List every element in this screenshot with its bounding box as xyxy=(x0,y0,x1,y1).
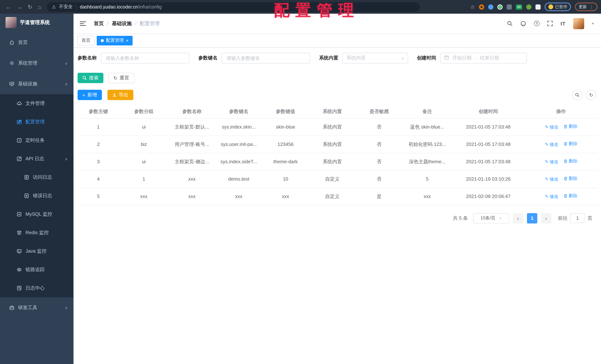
prev-page-button[interactable]: ‹ xyxy=(513,213,523,223)
table-cell: 3 xyxy=(78,153,119,170)
delete-link[interactable]: 删除 xyxy=(563,193,578,199)
sidebar-item-java-monitor[interactable]: Java 监控 xyxy=(0,242,73,260)
help-icon[interactable]: ? xyxy=(534,21,540,26)
search-icon[interactable] xyxy=(507,21,512,26)
table-cell: skin-blue xyxy=(262,118,309,136)
filter-actions: 搜索 ↻ 重置 xyxy=(78,73,598,83)
font-size-icon[interactable]: tT xyxy=(561,20,565,26)
table-cell: xxx xyxy=(119,188,169,205)
extension-cn-icon[interactable]: cn xyxy=(516,4,522,10)
hamburger-menu-icon[interactable] xyxy=(80,20,86,27)
back-icon[interactable]: ← xyxy=(6,4,11,10)
sidebar-item-log-center[interactable]: 日志中心 xyxy=(0,279,73,297)
param-name-field[interactable] xyxy=(101,53,190,63)
sidebar-item-system[interactable]: 系统管理 ∨ xyxy=(0,53,73,73)
date-range-picker[interactable]: 开始日期 - 结束日期 xyxy=(440,53,527,63)
sidebar-item-file-management[interactable]: 文件管理 xyxy=(0,94,73,113)
fullscreen-icon[interactable] xyxy=(547,21,553,26)
table-cell: 10 xyxy=(262,170,309,188)
sidebar-item-home[interactable]: 首页 xyxy=(0,32,73,53)
sidebar-item-redis-monitor[interactable]: Redis 监控 xyxy=(0,223,73,242)
table-cell: 1 xyxy=(119,170,169,188)
table-cell: 否 xyxy=(356,118,402,136)
edit-link[interactable]: ✎修改 xyxy=(545,142,558,148)
screen: ← → ↻ ⌂ ⚠ 不安全 | dashboard.yudao.iocoder.… xyxy=(0,0,601,364)
github-icon[interactable] xyxy=(520,20,526,26)
export-button[interactable]: 导出 xyxy=(107,90,133,100)
document-icon xyxy=(24,174,29,180)
system-builtin-label: 系统内置 xyxy=(319,55,338,61)
delete-link[interactable]: 删除 xyxy=(563,141,578,147)
add-button[interactable]: + 新增 xyxy=(78,90,102,100)
edit-label: 修改 xyxy=(550,124,558,130)
extension-orange-icon[interactable] xyxy=(479,4,484,10)
reload-icon[interactable]: ↻ xyxy=(28,4,32,10)
paused-badge[interactable]: 已暂停 xyxy=(545,3,571,11)
breadcrumb-infra[interactable]: 基础设施 xyxy=(112,20,132,27)
extension-check-icon[interactable]: v xyxy=(497,4,503,10)
sidebar-item-error-logs[interactable]: 错误日志 xyxy=(0,187,73,205)
delete-link[interactable]: 删除 xyxy=(563,176,578,182)
param-name-input[interactable] xyxy=(105,55,185,61)
sidebar-item-access-logs[interactable]: 访问日志 xyxy=(0,168,73,187)
edit-link[interactable]: ✎修改 xyxy=(545,176,558,182)
delete-label: 删除 xyxy=(569,176,578,182)
goto-page-input[interactable] xyxy=(570,213,585,223)
sidebar-item-api-logs[interactable]: API 日志 ∧ xyxy=(0,150,73,168)
page-content: 参数名称 参数键名 系统内置 系统内置 ∨ xyxy=(73,48,601,223)
breadcrumb-separator: / xyxy=(107,21,109,26)
address-bar[interactable]: ⚠ 不安全 | dashboard.yudao.iocoder.cn/infra… xyxy=(47,2,420,12)
date-separator: - xyxy=(475,55,477,61)
toggle-search-button[interactable] xyxy=(572,90,582,100)
sidebar-item-label: 配置管理 xyxy=(25,119,45,125)
sidebar-menu: 首页 系统管理 ∨ 基础设施 ∧ xyxy=(0,32,73,318)
extension-pin-icon[interactable] xyxy=(488,4,493,10)
sidebar-item-scheduled-jobs[interactable]: 定时任务 xyxy=(0,131,73,150)
edit-link[interactable]: ✎修改 xyxy=(545,124,558,130)
param-key-field[interactable] xyxy=(221,53,310,63)
sidebar-item-config-management[interactable]: 配置管理 xyxy=(0,113,73,131)
avatar-dropdown-icon[interactable]: ▾ xyxy=(592,21,594,25)
edit-label: 修改 xyxy=(550,142,558,148)
sidebar-item-dev-tools[interactable]: 研发工具 ∨ xyxy=(0,297,73,318)
select-placeholder: 系统内置 xyxy=(346,55,366,61)
user-avatar[interactable] xyxy=(573,18,584,29)
browser-menu-dots-icon[interactable]: ⋮ xyxy=(589,4,594,10)
page-1-button[interactable]: 1 xyxy=(527,213,537,223)
insecure-label[interactable]: 不安全 xyxy=(59,4,73,10)
extension-gray-icon[interactable] xyxy=(507,4,512,10)
tab-config-management[interactable]: 配置管理 × xyxy=(97,36,133,45)
param-key-input[interactable] xyxy=(226,55,306,61)
reset-button[interactable]: ↻ 重置 xyxy=(108,73,134,83)
next-page-button[interactable]: › xyxy=(541,213,551,223)
table-header-row: 参数主键 参数分组 参数名称 参数键名 参数键值 系统内置 是否敏感 备注 创建… xyxy=(78,105,598,118)
tab-home[interactable]: 首页 xyxy=(78,36,95,45)
bookmark-star-icon[interactable]: ☆ xyxy=(470,4,475,10)
refresh-table-button[interactable]: ↻ xyxy=(586,90,596,100)
sidebar-item-infra[interactable]: 基础设施 ∧ xyxy=(0,73,73,94)
page-size-select[interactable]: 10条/页 ∨ xyxy=(473,213,509,223)
browser-update-button[interactable]: 更新 ⋮ xyxy=(575,3,598,11)
edit-link[interactable]: ✎修改 xyxy=(545,193,558,200)
app-logo-row[interactable]: 芋道管理系统 xyxy=(0,14,73,31)
delete-link[interactable]: 删除 xyxy=(563,158,578,164)
table-cell: 否 xyxy=(356,136,402,153)
search-button[interactable]: 搜索 xyxy=(78,73,103,83)
delete-link[interactable]: 删除 xyxy=(563,123,578,130)
sidebar-item-mysql-monitor[interactable]: MySQL 监控 xyxy=(0,205,73,223)
forward-icon[interactable]: → xyxy=(17,4,22,10)
trash-icon xyxy=(563,142,568,146)
sidebar-item-tracing[interactable]: 链路追踪 xyxy=(0,260,73,279)
extensions-puzzle-icon[interactable] xyxy=(535,4,541,10)
col-actions: 操作 xyxy=(525,105,598,118)
extension-person-icon[interactable] xyxy=(526,4,531,10)
home-icon[interactable]: ⌂ xyxy=(38,4,41,10)
edit-link[interactable]: ✎修改 xyxy=(545,159,558,165)
system-builtin-select[interactable]: 系统内置 ∨ xyxy=(342,53,408,63)
sidebar-item-label: 日志中心 xyxy=(25,285,45,292)
sidebar-item-label: 系统管理 xyxy=(18,60,37,67)
table-actions-cell: ✎修改 删除 xyxy=(525,188,598,205)
add-button-label: 新增 xyxy=(87,91,97,98)
breadcrumb-home[interactable]: 首页 xyxy=(94,20,104,27)
tab-close-icon[interactable]: × xyxy=(126,38,129,43)
